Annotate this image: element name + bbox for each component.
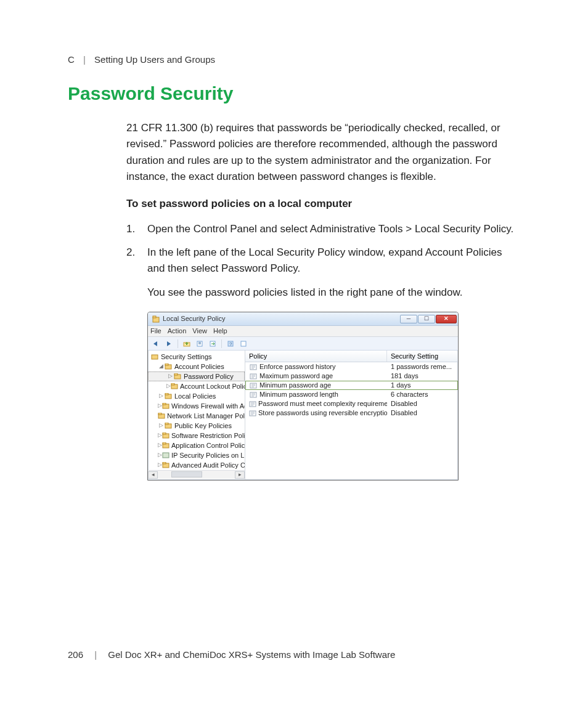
setting-cell: 1 days [387, 381, 458, 390]
tree-item[interactable]: ▷IP Security Policies on Local C [148, 450, 245, 460]
expander-icon[interactable]: ▷ [158, 402, 162, 410]
folder-icon [162, 461, 169, 469]
page-title: Password Security [68, 83, 520, 104]
tree-pane[interactable]: Security Settings ◢Account Policies▷Pass… [148, 351, 245, 480]
setting-cell: Disabled [387, 399, 458, 408]
intro-paragraph: 21 CFR 11.300 (b) requires that password… [126, 120, 520, 185]
expander-icon[interactable]: ▷ [158, 431, 162, 440]
tree-item[interactable]: ▷Public Key Policies [148, 421, 245, 431]
policy-cell: Minimum password age [245, 381, 387, 390]
list-row[interactable]: Password must meet complexity requiremen… [245, 399, 458, 408]
breadcrumb: C | Setting Up Users and Groups [68, 54, 520, 65]
tree-root[interactable]: Security Settings [148, 352, 245, 362]
tree-item-label: Password Policy [184, 371, 234, 381]
tree-item[interactable]: ▷Password Policy [148, 371, 245, 381]
svg-rect-16 [171, 383, 174, 385]
svg-rect-14 [174, 373, 178, 375]
help-icon[interactable]: ? [225, 339, 236, 349]
forward-button[interactable] [163, 339, 174, 349]
setting-cell: 6 characters [387, 390, 458, 399]
tree-item[interactable]: ▷Windows Firewall with Advanc [148, 401, 245, 411]
maximize-button[interactable]: ☐ [418, 315, 435, 323]
policy-item-icon [249, 400, 256, 408]
list-row[interactable]: Maximum password age181 days [245, 371, 458, 381]
minimize-button[interactable]: ─ [400, 315, 417, 323]
scroll-thumb[interactable] [171, 471, 202, 477]
tree-item[interactable]: Network List Manager Policies [148, 411, 245, 421]
svg-rect-12 [165, 363, 168, 365]
toolbar: ? [148, 337, 458, 351]
policy-name: Store passwords using reversible encrypt… [258, 408, 387, 418]
refresh-icon[interactable] [238, 339, 249, 349]
list-row[interactable]: Minimum password length6 characters [245, 390, 458, 399]
svg-rect-26 [163, 432, 166, 434]
tree-item[interactable]: ▷Software Restriction Policies [148, 431, 245, 440]
folder-icon [162, 432, 169, 439]
tree-item-label: Network List Manager Policies [167, 411, 245, 421]
expander-icon[interactable]: ▷ [158, 441, 162, 450]
export-icon[interactable] [207, 339, 218, 349]
back-button[interactable] [150, 339, 161, 349]
policy-name: Enforce password history [259, 362, 336, 371]
svg-rect-22 [158, 413, 161, 415]
folder-icon [164, 363, 173, 370]
menu-item-action[interactable]: Action [168, 326, 187, 336]
window-titlebar[interactable]: Local Security Policy ─ ☐ ✕ [148, 312, 458, 326]
step-number: 1. [126, 221, 135, 237]
policy-item-icon [249, 373, 258, 380]
list-pane[interactable]: Policy Security Setting Enforce password… [245, 351, 458, 480]
policy-item-icon [249, 391, 258, 399]
scroll-left-button[interactable]: ◂ [148, 471, 158, 479]
column-header-setting[interactable]: Security Setting [387, 351, 458, 362]
folder-icon [162, 402, 169, 410]
expander-icon[interactable]: ▷ [167, 372, 173, 381]
column-header-policy[interactable]: Policy [245, 351, 387, 362]
menu-item-help[interactable]: Help [213, 326, 227, 336]
expander-icon[interactable]: ▷ [166, 382, 171, 391]
expander-icon[interactable]: ▷ [158, 392, 164, 400]
horizontal-scrollbar[interactable]: ◂ ▸ [148, 470, 245, 479]
breadcrumb-separator: | [83, 54, 86, 65]
tree-item[interactable]: ▷Advanced Audit Policy Config [148, 460, 245, 470]
tree-item-label: IP Security Policies on Local C [171, 450, 245, 460]
local-security-policy-window: Local Security Policy ─ ☐ ✕ File Action … [147, 312, 459, 481]
setting-cell: 181 days [387, 371, 458, 381]
properties-icon[interactable] [194, 339, 205, 349]
tree-item-label: Local Policies [174, 391, 216, 401]
expander-icon[interactable]: ◢ [158, 362, 164, 371]
folder-icon [158, 412, 165, 420]
app-icon [152, 315, 160, 323]
list-row[interactable]: Store passwords using reversible encrypt… [245, 408, 458, 418]
tree-item-label: Account Lockout Policy [180, 381, 245, 391]
folder-icon [164, 422, 173, 429]
policy-cell: Password must meet complexity requiremen… [245, 399, 387, 408]
policy-name: Maximum password age [259, 371, 333, 381]
tree-item-label: Windows Firewall with Advanc [171, 401, 245, 411]
tree-item[interactable]: ◢Account Policies [148, 362, 245, 371]
tree-item[interactable]: ▷Application Control Policies [148, 440, 245, 450]
svg-text:?: ? [229, 341, 232, 347]
security-settings-icon [150, 353, 159, 360]
svg-rect-31 [163, 462, 166, 464]
expander-icon[interactable]: ▷ [158, 451, 162, 460]
scroll-track[interactable] [158, 471, 235, 479]
list-header[interactable]: Policy Security Setting [245, 351, 458, 362]
policy-icon [162, 452, 169, 459]
close-button[interactable]: ✕ [436, 315, 457, 323]
tree-item[interactable]: ▷Account Lockout Policy [148, 381, 245, 391]
menu-item-file[interactable]: File [150, 326, 161, 336]
list-row[interactable]: Enforce password history1 passwords reme… [245, 362, 458, 371]
expander-icon[interactable]: ▷ [158, 421, 164, 430]
tree-item[interactable]: ▷Local Policies [148, 391, 245, 401]
up-folder-button[interactable] [181, 339, 192, 349]
tree-item-label: Software Restriction Policies [171, 431, 245, 440]
footer-separator: | [94, 649, 97, 660]
policy-name: Minimum password length [259, 390, 338, 399]
footer-text: Gel Doc XR+ and ChemiDoc XRS+ Systems wi… [108, 649, 395, 660]
scroll-right-button[interactable]: ▸ [235, 471, 245, 479]
list-row[interactable]: Minimum password age1 days [245, 381, 458, 390]
after-steps-paragraph: You see the password policies listed in … [147, 285, 520, 301]
expander-icon[interactable]: ▷ [158, 461, 162, 469]
menu-item-view[interactable]: View [192, 326, 207, 336]
tree-item-label: Public Key Policies [174, 421, 232, 431]
